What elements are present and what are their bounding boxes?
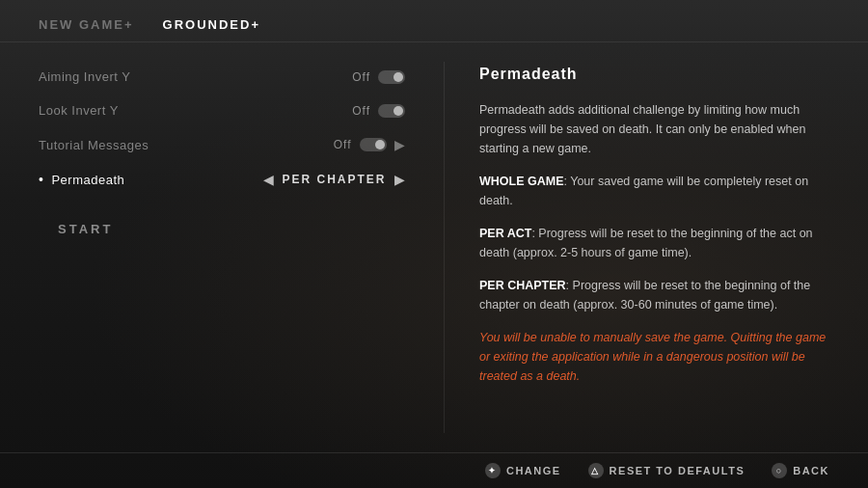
toggle-switch-aiming[interactable] [378,70,405,84]
back-icon: ○ [772,463,787,478]
tab-grounded-plus[interactable]: GROUNDED+ [163,17,260,32]
footer: ✦ CHANGE △ RESET TO DEFAULTS ○ BACK [0,452,868,488]
start-button[interactable]: START [58,214,113,244]
reset-action[interactable]: △ RESET TO DEFAULTS [588,463,746,478]
right-panel: Permadeath Permadeath adds additional ch… [445,42,868,452]
look-invert-y-label: Look Invert Y [39,103,119,118]
aiming-invert-y-toggle[interactable]: Off [352,70,405,84]
info-whole-game: WHOLE GAME: Your saved game will be comp… [479,172,833,210]
toggle-switch-tutorial[interactable] [360,138,387,151]
setting-aiming-invert-y[interactable]: Aiming Invert Y Off [39,62,405,92]
chevron-right-icon[interactable]: ▶ [394,172,406,187]
setting-look-invert-y[interactable]: Look Invert Y Off [39,95,405,125]
header: NEW GAME+ GROUNDED+ [0,0,868,42]
permadeath-value-control[interactable]: ◀ PER CHAPTER ▶ [263,172,405,187]
setting-permadeath[interactable]: • Permadeath ◀ PER CHAPTER ▶ [39,164,405,195]
info-description: Permadeath adds additional challenge by … [479,100,833,158]
per-act-label: PER ACT [479,227,531,240]
info-title: Permadeath [479,66,833,83]
permadeath-label: • Permadeath [39,172,124,187]
tab-new-game-plus[interactable]: NEW GAME+ [39,17,134,32]
change-action[interactable]: ✦ CHANGE [485,463,561,478]
back-label: BACK [793,465,829,476]
toggle-switch-look[interactable] [378,104,405,118]
aiming-invert-y-label: Aiming Invert Y [39,69,130,84]
info-warning: You will be unable to manually save the … [479,328,833,386]
tutorial-messages-toggle[interactable]: Off ▶ [334,137,405,152]
info-per-chapter: PER CHAPTER: Progress will be reset to t… [479,276,833,314]
per-chapter-label: PER CHAPTER [479,279,566,292]
left-panel: Aiming Invert Y Off Look Invert Y Off [0,42,444,452]
look-invert-y-toggle[interactable]: Off [352,104,405,118]
chevron-left-icon[interactable]: ◀ [263,172,275,187]
tutorial-messages-label: Tutorial Messages [39,138,149,152]
setting-tutorial-messages[interactable]: Tutorial Messages Off ▶ [39,129,405,160]
change-label: CHANGE [506,465,561,476]
whole-game-label: WHOLE GAME [479,175,564,188]
info-per-act: PER ACT: Progress will be reset to the b… [479,224,833,262]
main-content: Aiming Invert Y Off Look Invert Y Off [0,42,868,452]
back-action[interactable]: ○ BACK [772,463,829,478]
reset-label: RESET TO DEFAULTS [610,465,746,476]
tutorial-arrow-icon: ▶ [394,137,406,152]
reset-icon: △ [588,463,604,478]
change-icon: ✦ [485,463,501,478]
